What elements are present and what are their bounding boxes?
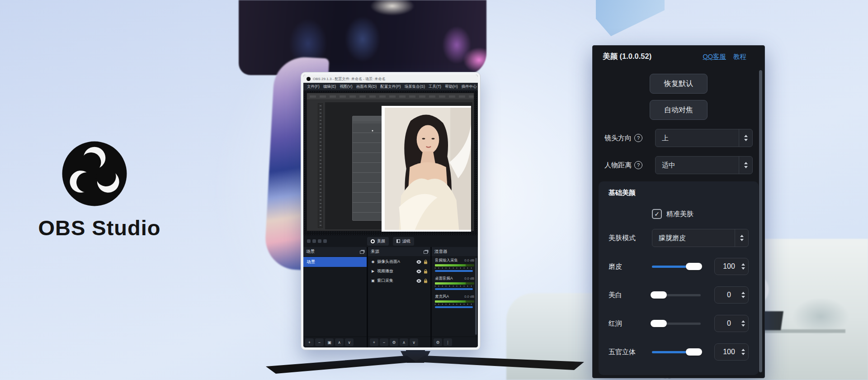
camera-direction-row: 镜头方向 ? 上 [604,129,753,147]
camera-icon: ◉ [371,260,375,264]
source-item-window-capture[interactable]: ▣ 窗口采集 [368,276,430,285]
add-source-button[interactable]: + [370,338,378,346]
help-icon[interactable]: ? [634,161,642,169]
lock-icon[interactable] [424,279,428,283]
tool-icon[interactable] [318,239,321,243]
increment-icon[interactable] [741,263,745,266]
obs-window: OBS 29.1.3 - 配置文件: 未命名 - 场景: 未命名 文件(F) 编… [303,75,478,347]
menu-file[interactable]: 文件(F) [307,84,320,90]
auto-focus-button[interactable]: 自动对焦 [650,100,708,120]
mixer-options-button[interactable]: ⋮ [443,338,452,346]
whitening-label: 美白 [609,291,652,299]
volume-slider[interactable] [435,270,473,272]
dock-popout-icon[interactable] [424,251,428,254]
skin-mode-value: 朦胧磨皮 [652,234,686,242]
tutorial-link[interactable]: 教程 [733,52,746,61]
precise-skin-checkbox[interactable]: ✓ [652,209,662,219]
facial-3d-slider-row: 五官立体 100 [609,343,749,361]
facial-3d-slider[interactable] [652,351,701,353]
increment-icon[interactable] [741,292,745,294]
menu-scene-collection[interactable]: 场景集合(S) [405,84,425,90]
move-source-up-button[interactable]: ∧ [400,338,408,346]
meter-ticks [435,304,474,305]
rosy-slider[interactable] [652,323,701,325]
visibility-eye-icon[interactable] [416,260,421,264]
duplicate-scene-button[interactable]: ▣ [325,338,334,346]
move-source-down-button[interactable]: ∨ [410,338,418,346]
add-scene-button[interactable]: + [305,338,314,346]
restore-defaults-button[interactable]: 恢复默认 [650,74,708,94]
mixer-scrollbar[interactable] [475,258,477,335]
menu-plugin-center[interactable]: 插件中心 [462,84,477,90]
move-scene-down-button[interactable]: ∨ [345,338,354,346]
rosy-spinbox[interactable]: 0 [714,315,749,332]
panel-scrollbar[interactable] [759,70,762,372]
mixer-settings-button[interactable]: ⚙ [434,338,442,346]
qq-support-link[interactable]: QQ客服 [703,52,726,61]
obs-menu-bar: 文件(F) 编辑(E) 视图(V) 画面布局(D) 配置文件(P) 场景集合(S… [303,83,478,90]
help-icon[interactable]: ? [634,134,642,142]
whitening-spinbox[interactable]: 0 [714,286,749,304]
media-play-icon: ▶ [371,269,375,273]
rosy-label: 红润 [609,319,652,328]
scenes-dock-header: 场景 [303,247,367,256]
slider-handle[interactable] [651,291,667,299]
menu-view[interactable]: 视图(V) [340,84,352,90]
remove-scene-button[interactable]: − [315,338,324,346]
lock-icon[interactable] [424,269,428,274]
menu-tools[interactable]: 工具(T) [429,84,441,90]
lock-icon[interactable] [424,260,428,264]
source-item-camera[interactable]: ◉ 摄像头画面A [368,257,430,266]
slider-handle[interactable] [686,348,702,356]
visibility-eye-icon[interactable] [416,279,421,283]
tool-icon[interactable] [307,239,311,243]
slider-handle[interactable] [686,263,702,270]
select-spinner[interactable] [739,129,752,147]
tool-icon[interactable] [312,239,316,243]
menu-layout[interactable]: 画面布局(D) [356,84,377,90]
mixer-channel: 音频输入采集 0.0 dB [435,258,474,272]
dock-popout-icon[interactable] [360,251,364,254]
whitening-slider[interactable] [652,294,701,296]
menu-edit[interactable]: 编辑(E) [323,84,336,90]
smoothing-label: 磨皮 [609,262,652,271]
basic-beauty-title: 基础美颜 [609,189,749,197]
remove-source-button[interactable]: − [380,338,388,346]
smoothing-spinbox[interactable]: 100 [714,258,749,275]
channel-db-value: 0.0 dB [464,294,474,299]
portrait-photo [382,106,471,232]
decrement-icon[interactable] [741,353,745,355]
channel-name: 桌面音频A [435,276,453,281]
window-icon: ▣ [371,279,375,283]
decrement-icon[interactable] [741,296,745,298]
move-scene-up-button[interactable]: ∧ [335,338,344,346]
increment-icon[interactable] [741,349,745,351]
precise-skin-label: 精准美肤 [666,210,693,218]
smoothing-slider[interactable] [652,266,701,268]
sources-list: ◉ 摄像头画面A ▶ 视频播放 [368,256,430,337]
tool-icon[interactable] [323,239,327,243]
volume-slider[interactable] [435,306,473,308]
decrement-icon[interactable] [741,267,745,270]
source-properties-button[interactable]: ⚙ [390,338,398,346]
tab-beauty-filter[interactable]: 美颜 [367,237,389,246]
scene-item-selected[interactable]: 场景 [303,257,367,267]
select-spinner[interactable] [739,157,752,174]
increment-icon[interactable] [741,320,745,323]
tab-filter[interactable]: 滤镜 [393,237,414,246]
source-item-media[interactable]: ▶ 视频播放 [368,266,430,276]
beauty-panel-header: 美颜 (1.0.0.52) QQ客服 教程 [593,46,764,67]
select-spinner[interactable] [735,229,748,247]
person-distance-select[interactable]: 适中 [655,156,753,174]
menu-profile[interactable]: 配置文件(P) [380,84,401,90]
volume-slider[interactable] [435,288,473,290]
visibility-eye-icon[interactable] [416,270,421,273]
decrement-icon[interactable] [741,324,745,327]
facial-3d-spinbox[interactable]: 100 [714,343,749,361]
menu-help[interactable]: 帮助(H) [445,84,458,90]
tab-beauty-label: 美颜 [377,238,385,244]
skin-mode-select[interactable]: 朦胧磨皮 [652,229,749,247]
volume-meter [435,264,474,266]
slider-handle[interactable] [651,320,667,327]
camera-direction-select[interactable]: 上 [655,129,753,147]
